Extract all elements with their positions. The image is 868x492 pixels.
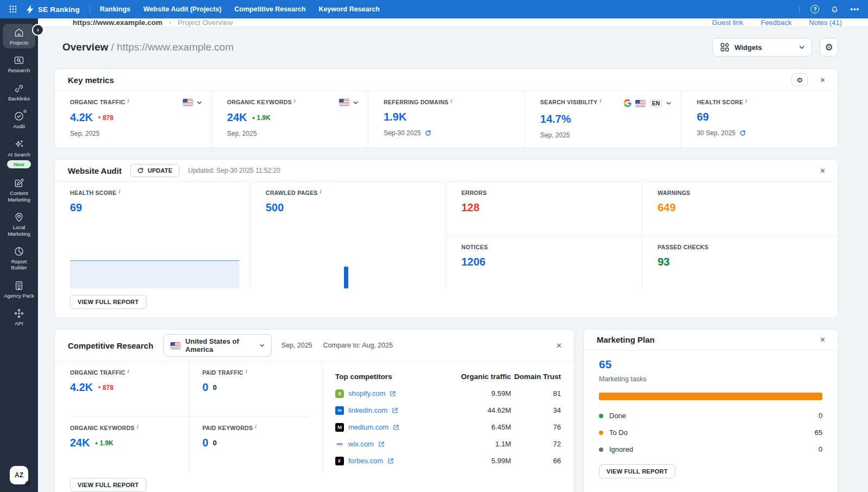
done-dot-icon (599, 414, 603, 418)
competitor-link[interactable]: linkedin.com (348, 406, 387, 414)
engine-selector[interactable]: EN (624, 99, 672, 108)
divider (90, 5, 90, 14)
metric-value: 4.2K (70, 381, 93, 394)
close-icon[interactable] (553, 340, 565, 351)
health-score-area-chart (70, 260, 239, 288)
wix-favicon: wix (335, 440, 344, 449)
brand-logo[interactable]: SE Ranking (26, 5, 80, 14)
audit-health-score: HEALTH SCORE 69 (55, 182, 251, 289)
more-options-icon[interactable] (850, 7, 859, 12)
metric-delta: 0 (213, 439, 216, 447)
external-link-icon[interactable] (390, 390, 396, 397)
metric-value: 14.7% (540, 113, 571, 125)
apps-grid-icon[interactable] (0, 5, 26, 13)
guest-link[interactable]: Guest link (712, 18, 743, 27)
page-settings-button[interactable] (820, 38, 838, 56)
marketing-plan-widget: Marketing Plan 65 Marketing tasks Done (583, 329, 838, 492)
column-header: Top competitors (335, 373, 457, 381)
external-link-icon[interactable] (387, 458, 394, 464)
domain-trust-value: 81 (511, 389, 561, 398)
sidebar-item-api[interactable]: API (3, 305, 35, 329)
metric-delta: ▼878 (97, 114, 113, 122)
competitor-link[interactable]: medium.com (348, 423, 388, 431)
competitor-link[interactable]: shopify.com (348, 389, 385, 398)
view-full-report-button[interactable]: VIEW FULL REPORT (70, 295, 146, 309)
widget-settings-button[interactable] (792, 73, 808, 86)
notes-link[interactable]: Notes (41) (809, 18, 842, 27)
chevron-down-icon (260, 344, 264, 347)
settings-gear-icon[interactable] (24, 480, 31, 488)
country-selector[interactable] (183, 99, 202, 106)
metric-label: ORGANIC TRAFFIC (70, 99, 125, 105)
view-full-report-button[interactable]: VIEW FULL REPORT (70, 478, 146, 492)
sidebar-item-research[interactable]: Research (3, 52, 35, 76)
compare-label: Compare to: Aug, 2025 (323, 342, 393, 349)
cr-organic-traffic: ORGANIC TRAFFIC 4.2K ▼878 (70, 362, 189, 417)
metric-referring-domains: REFERRING DOMAINS 1.9K Sep-30 2025 (368, 91, 525, 148)
country-selector[interactable] (339, 99, 358, 106)
country-dropdown[interactable]: United States of America (163, 334, 272, 357)
medium-favicon: M (335, 423, 344, 432)
metric-value: 69 (697, 111, 709, 123)
metric-value: 4.2K (70, 111, 93, 124)
nav-item-competitive-research[interactable]: Competitive Research (234, 5, 305, 13)
close-icon[interactable] (816, 75, 829, 85)
metric-label: HEALTH SCORE (697, 99, 743, 105)
metric-value: 1.9K (384, 111, 406, 123)
metric-value: 649 (658, 201, 825, 214)
sidebar-item-report-builder[interactable]: Report Builder (3, 243, 35, 274)
nav-item-website-audit[interactable]: Website Audit (Projects) (143, 5, 221, 13)
sidebar-item-agency-pack[interactable]: Agency Pack (3, 277, 35, 301)
top-nav-items: Rankings Website Audit (Projects) Compet… (100, 5, 380, 13)
close-icon[interactable] (816, 335, 829, 345)
us-flag-icon (170, 342, 181, 349)
cr-paid-traffic: PAID TRAFFIC 0 0 (189, 362, 309, 417)
sidebar-item-local-marketing[interactable]: Local Marketing (3, 209, 35, 239)
sidebar-item-content-marketing[interactable]: Content Marketing (3, 174, 35, 205)
help-icon[interactable] (810, 5, 819, 14)
link-icon (14, 83, 24, 94)
sidebar-item-label: AI Search (8, 152, 30, 157)
metric-label: SEARCH VISIBILITY (540, 99, 597, 105)
sidebar-item-ai-search[interactable]: AI Search New (3, 136, 35, 172)
edit-icon (14, 178, 24, 188)
feedback-link[interactable]: Feedback (761, 18, 792, 27)
legend-value: 0 (819, 445, 822, 453)
competitor-link[interactable]: forbes.com (348, 457, 383, 465)
audit-crawled-pages: CRAWLED PAGES 500 (251, 182, 446, 289)
page-title: Overview / https://www.example.com (62, 41, 234, 53)
nav-item-rankings[interactable]: Rankings (100, 5, 130, 13)
sidebar-expand-button[interactable] (32, 24, 44, 36)
sidebar-item-audit[interactable]: Audit (3, 108, 35, 132)
metric-value: 93 (658, 256, 825, 268)
audit-errors: ERRORS 128 (446, 182, 642, 236)
sidebar-item-backlinks[interactable]: Backlinks (3, 80, 35, 104)
refresh-icon[interactable] (425, 130, 431, 136)
legend-row-done: Done 0 (599, 407, 822, 424)
widget-title: Marketing Plan (597, 335, 655, 344)
breadcrumb-site[interactable]: https://www.example.com (73, 18, 162, 27)
arrow-up-icon: ▲ (251, 115, 256, 120)
external-link-icon[interactable] (392, 407, 398, 414)
update-button[interactable]: UPDATE (130, 164, 180, 177)
domain-trust-value: 76 (511, 423, 561, 431)
metric-date: Sep, 2025 (540, 131, 672, 139)
check-circle-icon (14, 111, 24, 122)
nav-item-keyword-research[interactable]: Keyword Research (318, 5, 380, 13)
external-link-icon[interactable] (378, 441, 385, 447)
close-icon[interactable] (816, 166, 829, 176)
project-toolbar: https://www.example.com › Project Overvi… (38, 18, 868, 27)
top-navigation-bar: SE Ranking Rankings Website Audit (Proje… (0, 0, 868, 18)
home-icon (14, 27, 24, 38)
marketing-tasks-label: Marketing tasks (599, 375, 822, 383)
competitive-research-widget: Competitive Research United States of Am… (54, 329, 575, 492)
bell-icon[interactable] (830, 5, 839, 14)
sidebar-item-label: Backlinks (8, 96, 30, 102)
widgets-dropdown[interactable]: Widgets (712, 38, 812, 56)
view-full-report-button[interactable]: VIEW FULL REPORT (599, 464, 675, 478)
sidebar-item-projects[interactable]: Projects (3, 24, 35, 48)
competitor-link[interactable]: wix.com (348, 440, 374, 448)
refresh-icon[interactable] (739, 130, 746, 136)
domain-trust-value: 72 (511, 440, 561, 448)
external-link-icon[interactable] (393, 424, 399, 431)
